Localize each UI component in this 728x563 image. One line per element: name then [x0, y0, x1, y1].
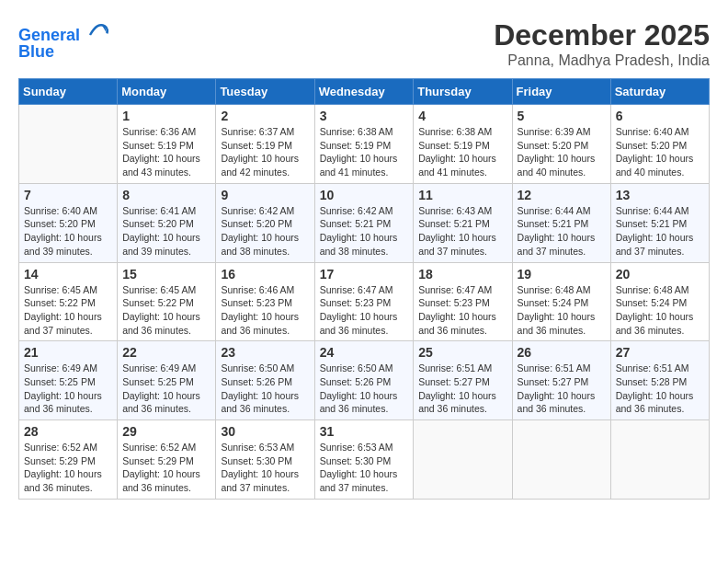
- day-info: Sunrise: 6:51 AM Sunset: 5:27 PM Dayligh…: [518, 362, 606, 416]
- calendar-cell: 21Sunrise: 6:49 AM Sunset: 5:25 PM Dayli…: [19, 341, 118, 420]
- day-info: Sunrise: 6:39 AM Sunset: 5:20 PM Dayligh…: [518, 125, 606, 179]
- logo-icon: [86, 18, 108, 40]
- day-number: 6: [616, 109, 704, 123]
- calendar-cell: 4Sunrise: 6:38 AM Sunset: 5:19 PM Daylig…: [414, 105, 512, 184]
- month-title: December 2025: [494, 18, 710, 52]
- calendar-row-1: 1Sunrise: 6:36 AM Sunset: 5:19 PM Daylig…: [19, 105, 710, 184]
- day-info: Sunrise: 6:40 AM Sunset: 5:20 PM Dayligh…: [24, 204, 112, 259]
- calendar-body: 1Sunrise: 6:36 AM Sunset: 5:19 PM Daylig…: [19, 105, 710, 500]
- day-number: 5: [518, 109, 606, 123]
- calendar-cell: 23Sunrise: 6:50 AM Sunset: 5:26 PM Dayli…: [216, 341, 314, 420]
- day-info: Sunrise: 6:44 AM Sunset: 5:21 PM Dayligh…: [518, 204, 606, 259]
- day-info: Sunrise: 6:52 AM Sunset: 5:29 PM Dayligh…: [122, 441, 210, 495]
- day-info: Sunrise: 6:49 AM Sunset: 5:25 PM Dayligh…: [24, 362, 112, 416]
- day-info: Sunrise: 6:47 AM Sunset: 5:23 PM Dayligh…: [320, 283, 409, 338]
- calendar-cell: 19Sunrise: 6:48 AM Sunset: 5:24 PM Dayli…: [512, 262, 610, 341]
- day-info: Sunrise: 6:38 AM Sunset: 5:19 PM Dayligh…: [320, 125, 409, 179]
- calendar-cell: 15Sunrise: 6:45 AM Sunset: 5:22 PM Dayli…: [118, 262, 216, 341]
- day-info: Sunrise: 6:46 AM Sunset: 5:23 PM Dayligh…: [221, 283, 309, 338]
- calendar-cell: 13Sunrise: 6:44 AM Sunset: 5:21 PM Dayli…: [610, 183, 709, 262]
- calendar-cell: [414, 420, 512, 500]
- day-number: 23: [221, 345, 309, 360]
- logo: General Blue: [18, 18, 108, 62]
- calendar-cell: 31Sunrise: 6:53 AM Sunset: 5:30 PM Dayli…: [314, 420, 414, 500]
- day-number: 26: [518, 345, 606, 360]
- calendar-cell: 25Sunrise: 6:51 AM Sunset: 5:27 PM Dayli…: [414, 341, 512, 420]
- day-number: 9: [221, 188, 309, 202]
- day-number: 25: [418, 345, 506, 360]
- calendar-row-5: 28Sunrise: 6:52 AM Sunset: 5:29 PM Dayli…: [19, 420, 710, 500]
- day-number: 13: [616, 188, 704, 202]
- day-info: Sunrise: 6:47 AM Sunset: 5:23 PM Dayligh…: [418, 283, 506, 338]
- day-number: 19: [518, 267, 606, 282]
- location-subtitle: Panna, Madhya Pradesh, India: [494, 52, 710, 69]
- day-number: 12: [518, 188, 606, 202]
- day-number: 22: [122, 345, 210, 360]
- calendar-cell: 20Sunrise: 6:48 AM Sunset: 5:24 PM Dayli…: [610, 262, 709, 341]
- calendar-row-3: 14Sunrise: 6:45 AM Sunset: 5:22 PM Dayli…: [19, 262, 710, 341]
- day-number: 17: [320, 267, 409, 282]
- day-number: 29: [122, 424, 210, 439]
- day-number: 1: [122, 109, 210, 123]
- calendar-cell: 28Sunrise: 6:52 AM Sunset: 5:29 PM Dayli…: [19, 420, 118, 500]
- header-day-wednesday: Wednesday: [314, 79, 414, 105]
- day-number: 28: [24, 424, 112, 439]
- day-number: 4: [418, 109, 506, 123]
- calendar-table: SundayMondayTuesdayWednesdayThursdayFrid…: [18, 78, 710, 500]
- day-info: Sunrise: 6:37 AM Sunset: 5:19 PM Dayligh…: [221, 125, 309, 179]
- day-info: Sunrise: 6:36 AM Sunset: 5:19 PM Dayligh…: [122, 125, 210, 179]
- calendar-cell: 10Sunrise: 6:42 AM Sunset: 5:21 PM Dayli…: [314, 183, 414, 262]
- day-info: Sunrise: 6:52 AM Sunset: 5:29 PM Dayligh…: [24, 441, 112, 495]
- day-number: 24: [320, 345, 409, 360]
- day-info: Sunrise: 6:42 AM Sunset: 5:21 PM Dayligh…: [320, 204, 409, 259]
- calendar-cell: 27Sunrise: 6:51 AM Sunset: 5:28 PM Dayli…: [610, 341, 709, 420]
- day-info: Sunrise: 6:48 AM Sunset: 5:24 PM Dayligh…: [616, 283, 704, 338]
- calendar-cell: 22Sunrise: 6:49 AM Sunset: 5:25 PM Dayli…: [118, 341, 216, 420]
- day-info: Sunrise: 6:38 AM Sunset: 5:19 PM Dayligh…: [418, 125, 506, 179]
- day-number: 7: [24, 188, 112, 202]
- calendar-cell: 5Sunrise: 6:39 AM Sunset: 5:20 PM Daylig…: [512, 105, 610, 184]
- day-number: 14: [24, 267, 112, 282]
- calendar-cell: 24Sunrise: 6:50 AM Sunset: 5:26 PM Dayli…: [314, 341, 414, 420]
- day-info: Sunrise: 6:44 AM Sunset: 5:21 PM Dayligh…: [616, 204, 704, 259]
- calendar-cell: 26Sunrise: 6:51 AM Sunset: 5:27 PM Dayli…: [512, 341, 610, 420]
- day-number: 30: [221, 424, 309, 439]
- calendar-header: SundayMondayTuesdayWednesdayThursdayFrid…: [19, 79, 710, 105]
- day-info: Sunrise: 6:51 AM Sunset: 5:28 PM Dayligh…: [616, 362, 704, 416]
- calendar-cell: [610, 420, 709, 500]
- calendar-cell: 16Sunrise: 6:46 AM Sunset: 5:23 PM Dayli…: [216, 262, 314, 341]
- day-info: Sunrise: 6:50 AM Sunset: 5:26 PM Dayligh…: [320, 362, 409, 416]
- day-info: Sunrise: 6:45 AM Sunset: 5:22 PM Dayligh…: [24, 283, 112, 338]
- day-number: 15: [122, 267, 210, 282]
- day-info: Sunrise: 6:51 AM Sunset: 5:27 PM Dayligh…: [418, 362, 506, 416]
- header-day-saturday: Saturday: [610, 79, 709, 105]
- day-number: 11: [418, 188, 506, 202]
- day-number: 2: [221, 109, 309, 123]
- calendar-cell: 7Sunrise: 6:40 AM Sunset: 5:20 PM Daylig…: [19, 183, 118, 262]
- day-info: Sunrise: 6:48 AM Sunset: 5:24 PM Dayligh…: [518, 283, 606, 338]
- day-info: Sunrise: 6:49 AM Sunset: 5:25 PM Dayligh…: [122, 362, 210, 416]
- header-row: SundayMondayTuesdayWednesdayThursdayFrid…: [19, 79, 710, 105]
- day-number: 18: [418, 267, 506, 282]
- calendar-cell: 29Sunrise: 6:52 AM Sunset: 5:29 PM Dayli…: [118, 420, 216, 500]
- calendar-cell: 3Sunrise: 6:38 AM Sunset: 5:19 PM Daylig…: [314, 105, 414, 184]
- calendar-cell: [512, 420, 610, 500]
- day-info: Sunrise: 6:42 AM Sunset: 5:20 PM Dayligh…: [221, 204, 309, 259]
- day-info: Sunrise: 6:41 AM Sunset: 5:20 PM Dayligh…: [122, 204, 210, 259]
- calendar-cell: [19, 105, 118, 184]
- day-info: Sunrise: 6:45 AM Sunset: 5:22 PM Dayligh…: [122, 283, 210, 338]
- header-day-thursday: Thursday: [414, 79, 512, 105]
- day-number: 21: [24, 345, 112, 360]
- day-number: 27: [616, 345, 704, 360]
- calendar-cell: 12Sunrise: 6:44 AM Sunset: 5:21 PM Dayli…: [512, 183, 610, 262]
- title-block: December 2025 Panna, Madhya Pradesh, Ind…: [494, 18, 710, 69]
- header-day-tuesday: Tuesday: [216, 79, 314, 105]
- day-info: Sunrise: 6:53 AM Sunset: 5:30 PM Dayligh…: [320, 441, 409, 495]
- calendar-cell: 30Sunrise: 6:53 AM Sunset: 5:30 PM Dayli…: [216, 420, 314, 500]
- day-info: Sunrise: 6:50 AM Sunset: 5:26 PM Dayligh…: [221, 362, 309, 416]
- day-info: Sunrise: 6:40 AM Sunset: 5:20 PM Dayligh…: [616, 125, 704, 179]
- day-number: 3: [320, 109, 409, 123]
- day-number: 31: [320, 424, 409, 439]
- day-number: 10: [320, 188, 409, 202]
- day-number: 8: [122, 188, 210, 202]
